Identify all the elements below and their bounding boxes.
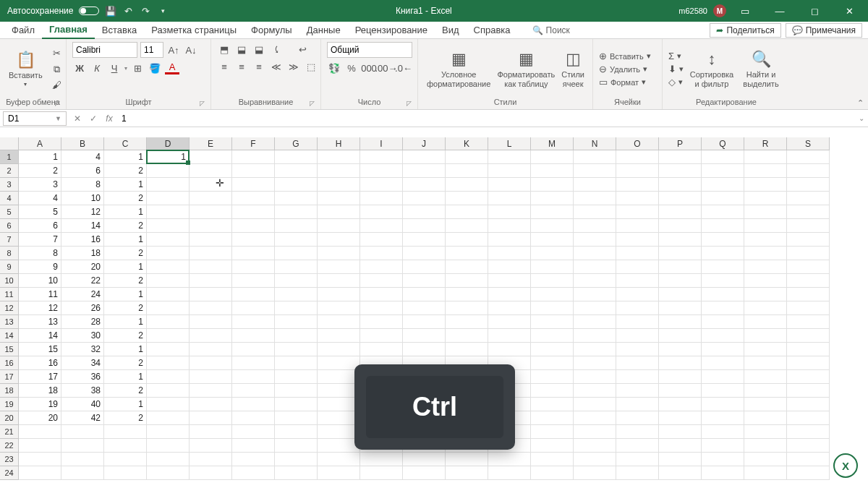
cell[interactable] [61, 466, 104, 480]
font-color-icon[interactable]: A [165, 62, 179, 74]
cell[interactable] [147, 288, 190, 301]
cell[interactable]: 16 [19, 356, 61, 370]
cell[interactable]: 5 [19, 205, 61, 219]
cell[interactable] [360, 219, 403, 233]
cell[interactable] [232, 301, 275, 315]
chevron-down-icon[interactable]: ▼ [55, 115, 61, 122]
cell[interactable] [531, 274, 574, 288]
merge-icon[interactable]: ⬚ [304, 59, 318, 74]
cell[interactable] [147, 164, 190, 178]
cell[interactable] [190, 329, 232, 343]
fill-button[interactable]: ⬇▾ [668, 64, 684, 74]
cell[interactable] [232, 192, 275, 205]
cell[interactable] [147, 356, 190, 370]
cell[interactable] [190, 439, 232, 453]
cell[interactable] [275, 384, 318, 398]
cell[interactable] [318, 329, 360, 343]
cell[interactable]: 1 [104, 178, 147, 192]
cell[interactable] [574, 288, 616, 301]
fill-color-icon[interactable]: 🪣 [148, 61, 162, 75]
cell[interactable] [574, 233, 616, 247]
cell[interactable]: 1 [104, 398, 147, 411]
tab-данные[interactable]: Данные [299, 22, 348, 39]
cell[interactable] [232, 233, 275, 247]
cell[interactable]: 15 [19, 343, 61, 356]
cell[interactable] [659, 164, 702, 178]
cell[interactable] [275, 425, 318, 439]
cell[interactable] [275, 274, 318, 288]
cell[interactable] [787, 398, 830, 411]
cell[interactable] [147, 260, 190, 274]
cell[interactable] [232, 439, 275, 453]
cell[interactable] [275, 219, 318, 233]
row-header[interactable]: 17 [0, 370, 19, 384]
cell[interactable] [531, 398, 574, 411]
cell[interactable] [616, 192, 659, 205]
cell[interactable] [360, 274, 403, 288]
column-header[interactable]: I [360, 137, 403, 150]
cell[interactable] [702, 466, 744, 480]
cell[interactable] [318, 260, 360, 274]
row-header[interactable]: 5 [0, 205, 19, 219]
cell[interactable] [659, 411, 702, 425]
cell[interactable] [531, 205, 574, 219]
column-header[interactable]: B [61, 137, 104, 150]
cell[interactable]: 30 [61, 329, 104, 343]
cell[interactable] [787, 453, 830, 466]
cell[interactable] [702, 219, 744, 233]
cell[interactable] [744, 178, 787, 192]
cell[interactable] [744, 453, 787, 466]
cell[interactable] [190, 164, 232, 178]
cell[interactable] [616, 233, 659, 247]
cell[interactable] [275, 164, 318, 178]
cell[interactable] [275, 370, 318, 384]
cell[interactable] [403, 233, 446, 247]
cell[interactable] [744, 411, 787, 425]
cell[interactable]: 11 [19, 288, 61, 301]
row-header[interactable]: 9 [0, 260, 19, 274]
cell[interactable] [488, 466, 531, 480]
cell[interactable] [147, 453, 190, 466]
cell[interactable] [147, 205, 190, 219]
cell[interactable] [318, 150, 360, 164]
cell[interactable] [659, 301, 702, 315]
cell[interactable] [232, 370, 275, 384]
cell[interactable] [360, 205, 403, 219]
underline-button[interactable]: Ч [107, 61, 122, 75]
cell[interactable]: 9 [19, 260, 61, 274]
cell[interactable] [574, 192, 616, 205]
cell[interactable] [446, 288, 488, 301]
cell[interactable] [232, 329, 275, 343]
cell[interactable]: 34 [61, 356, 104, 370]
cell[interactable] [190, 411, 232, 425]
cell[interactable] [616, 260, 659, 274]
minimize-icon[interactable]: — [764, 0, 796, 22]
cell[interactable] [531, 192, 574, 205]
row-header[interactable]: 13 [0, 315, 19, 329]
cell[interactable] [744, 233, 787, 247]
cell[interactable] [147, 425, 190, 439]
cell[interactable] [190, 356, 232, 370]
cell[interactable] [488, 164, 531, 178]
font-name-select[interactable] [72, 42, 137, 58]
autosum-button[interactable]: Σ▾ [668, 51, 684, 61]
cell[interactable] [446, 178, 488, 192]
cell[interactable] [403, 343, 446, 356]
cell[interactable] [616, 178, 659, 192]
cell[interactable] [574, 150, 616, 164]
cell[interactable] [446, 233, 488, 247]
cell[interactable] [147, 274, 190, 288]
cell[interactable]: 7 [19, 233, 61, 247]
cell[interactable]: 1 [19, 150, 61, 164]
cell[interactable] [360, 150, 403, 164]
cell[interactable] [659, 398, 702, 411]
cell[interactable] [787, 384, 830, 398]
tell-me-search[interactable]: 🔍 Поиск [532, 25, 570, 35]
row-header[interactable]: 14 [0, 329, 19, 343]
cell[interactable] [403, 205, 446, 219]
cell[interactable] [702, 301, 744, 315]
find-select-button[interactable]: 🔍 Найти и выделить [740, 48, 782, 89]
row-header[interactable]: 18 [0, 384, 19, 398]
cell[interactable] [659, 329, 702, 343]
cell[interactable] [744, 329, 787, 343]
